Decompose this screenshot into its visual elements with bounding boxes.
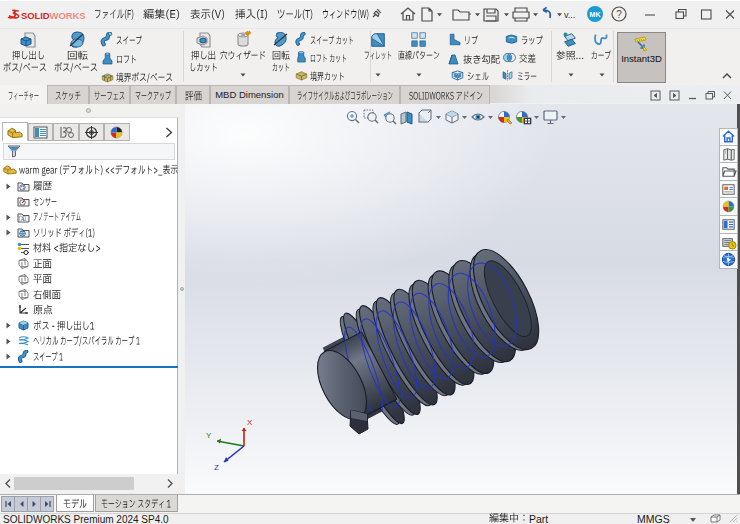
svg-text:A: A [20,216,25,222]
svg-text:X: X [247,418,253,427]
svg-text:Y: Y [206,431,212,440]
svg-text:MK: MK [590,11,601,18]
svg-text:?: ? [616,9,622,20]
svg-text:Z: Z [214,463,219,472]
svg-text:v...: v... [564,10,575,20]
